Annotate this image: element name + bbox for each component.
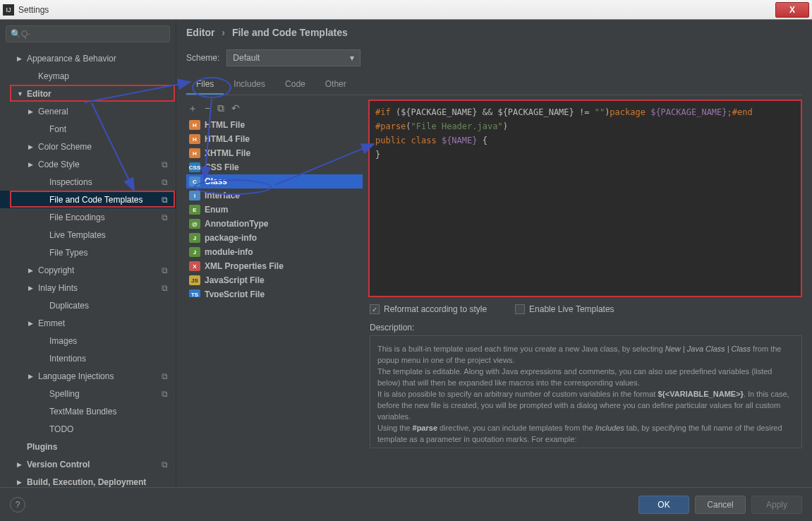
tree-label: Appearance & Behavior — [27, 54, 176, 64]
tree-label: Version Control — [27, 460, 162, 469]
copy-settings-icon: ⧉ — [162, 371, 171, 381]
tree-item-version-control[interactable]: ▶Version Control⧉ — [0, 455, 176, 473]
tree-label: TextMate Bundles — [49, 407, 176, 417]
tree-label: Duplicates — [49, 301, 176, 311]
tab-includes[interactable]: Includes — [224, 75, 275, 95]
tree-item-code-style[interactable]: ▶Code Style⧉ — [0, 155, 176, 173]
tree-item-plugins[interactable]: Plugins — [0, 438, 176, 455]
tree-item-color-scheme[interactable]: ▶Color Scheme — [0, 138, 176, 155]
scheme-value: Default — [233, 53, 260, 63]
reformat-checkbox[interactable]: ✓ Reformat according to style — [370, 304, 487, 314]
tree-item-intentions[interactable]: Intentions — [0, 349, 176, 367]
window-title: Settings — [18, 5, 775, 15]
tree-label: Editor — [27, 89, 176, 99]
live-templates-checkbox[interactable]: Enable Live Templates — [515, 304, 614, 314]
tree-item-copyright[interactable]: ▶Copyright⧉ — [0, 261, 176, 279]
search-input[interactable] — [21, 29, 165, 39]
apply-button[interactable]: Apply — [751, 496, 802, 514]
tree-item-emmet[interactable]: ▶Emmet — [0, 314, 176, 332]
template-item-css-file[interactable]: CSSCSS File — [186, 160, 363, 174]
file-type-icon: I — [189, 191, 200, 200]
file-type-icon: C — [189, 176, 200, 186]
tree-label: General — [38, 107, 176, 116]
tree-item-live-templates[interactable]: Live Templates — [0, 226, 176, 244]
search-icon: 🔍 — [11, 29, 21, 39]
file-type-icon: X — [189, 261, 200, 271]
tree-item-build-execution-deployment[interactable]: ▶Build, Execution, Deployment — [0, 473, 176, 487]
template-item-typescript-file[interactable]: TSTypeScript File — [186, 287, 363, 297]
ok-button[interactable]: OK — [638, 496, 689, 514]
tree-item-inspections[interactable]: Inspections⧉ — [0, 173, 176, 191]
template-file-list: HHTML FileHHTML4 FileHXHTML FileCSSCSS F… — [186, 118, 363, 297]
tab-code[interactable]: Code — [275, 75, 315, 95]
file-label: AnnotationType — [205, 219, 268, 229]
tree-item-editor[interactable]: ▼Editor — [0, 85, 176, 102]
tree-item-textmate-bundles[interactable]: TextMate Bundles — [0, 402, 176, 420]
tree-item-duplicates[interactable]: Duplicates — [0, 297, 176, 314]
breadcrumb-current: File and Code Templates — [232, 27, 348, 38]
tree-item-images[interactable]: Images — [0, 332, 176, 349]
tree-label: Emmet — [38, 318, 176, 328]
template-item-javascript-file[interactable]: JSJavaScript File — [186, 273, 363, 287]
close-button[interactable]: X — [775, 2, 809, 18]
template-item-xhtml-file[interactable]: HXHTML File — [186, 146, 363, 160]
template-item-package-info[interactable]: Jpackage-info — [186, 231, 363, 245]
tree-item-file-types[interactable]: File Types — [0, 244, 176, 261]
file-label: JavaScript File — [205, 275, 265, 285]
scheme-dropdown[interactable]: Default ▾ — [226, 49, 360, 66]
tree-item-language-injections[interactable]: ▶Language Injections⧉ — [0, 367, 176, 385]
help-button[interactable]: ? — [10, 497, 25, 513]
tree-item-inlay-hints[interactable]: ▶Inlay Hints⧉ — [0, 279, 176, 297]
template-code-editor[interactable]: #if (${PACKAGE_NAME} && ${PACKAGE_NAME} … — [368, 100, 802, 297]
tree-arrow-icon: ▶ — [28, 320, 35, 327]
tree-item-file-encodings[interactable]: File Encodings⧉ — [0, 208, 176, 226]
template-item-class[interactable]: CClass — [186, 174, 363, 188]
file-label: TypeScript File — [205, 289, 265, 297]
template-tabs: FilesIncludesCodeOther — [186, 75, 802, 95]
template-toolbar: ＋ − ⧉ ↶ — [186, 100, 363, 118]
copy-settings-icon: ⧉ — [162, 160, 171, 169]
template-item-xml-properties-file[interactable]: XXML Properties File — [186, 259, 363, 273]
tree-arrow-icon: ▶ — [28, 161, 35, 168]
file-label: Class — [205, 176, 227, 186]
tree-item-keymap[interactable]: Keymap — [0, 67, 176, 85]
tree-item-font[interactable]: Font — [0, 120, 176, 138]
settings-search[interactable]: 🔍 — [6, 25, 170, 42]
template-item-enum[interactable]: EEnum — [186, 203, 363, 217]
copy-settings-icon: ⧉ — [162, 177, 171, 187]
template-item-interface[interactable]: IInterface — [186, 188, 363, 203]
tree-label: Spelling — [49, 389, 162, 399]
tree-item-file-and-code-templates[interactable]: File and Code Templates⧉ — [0, 191, 176, 208]
template-item-html-file[interactable]: HHTML File — [186, 118, 363, 132]
template-item-annotationtype[interactable]: @AnnotationType — [186, 217, 363, 231]
file-label: Enum — [205, 205, 228, 215]
tree-item-spelling[interactable]: Spelling⧉ — [0, 385, 176, 402]
file-type-icon: JS — [189, 275, 200, 285]
tab-other[interactable]: Other — [315, 75, 356, 95]
add-icon[interactable]: ＋ — [188, 102, 198, 115]
app-icon: IJ — [3, 4, 14, 16]
checkbox-icon — [515, 304, 525, 314]
cancel-button[interactable]: Cancel — [695, 496, 746, 514]
settings-sidebar: 🔍 ▶Appearance & BehaviorKeymap▼Editor▶Ge… — [0, 20, 176, 487]
file-type-icon: H — [189, 120, 200, 130]
template-item-html4-file[interactable]: HHTML4 File — [186, 132, 363, 146]
copy-icon[interactable]: ⧉ — [217, 102, 224, 115]
tree-arrow-icon: ▶ — [17, 479, 24, 486]
tree-item-appearance-behavior[interactable]: ▶Appearance & Behavior — [0, 49, 176, 67]
tab-files[interactable]: Files — [186, 75, 224, 95]
file-label: HTML4 File — [205, 134, 250, 144]
template-item-module-info[interactable]: Jmodule-info — [186, 245, 363, 259]
tree-label: Keymap — [38, 71, 176, 81]
tree-item-todo[interactable]: TODO — [0, 420, 176, 438]
tree-item-general[interactable]: ▶General — [0, 102, 176, 120]
breadcrumb-separator: › — [222, 27, 225, 38]
file-type-icon: TS — [189, 289, 200, 297]
undo-icon[interactable]: ↶ — [231, 102, 240, 115]
copy-settings-icon: ⧉ — [162, 460, 171, 469]
copy-settings-icon: ⧉ — [162, 389, 171, 399]
settings-tree: ▶Appearance & BehaviorKeymap▼Editor▶Gene… — [0, 48, 176, 487]
tree-arrow-icon: ▶ — [28, 285, 35, 292]
remove-icon[interactable]: − — [205, 102, 210, 115]
copy-settings-icon: ⧉ — [162, 265, 171, 275]
